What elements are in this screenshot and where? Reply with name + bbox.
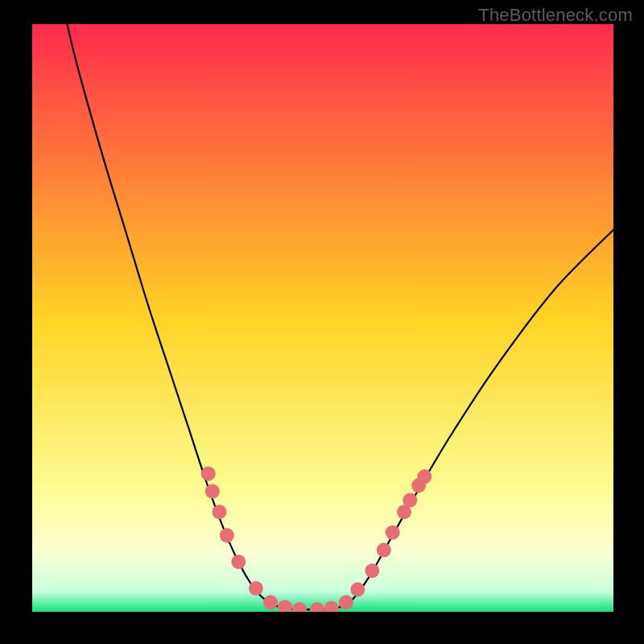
data-marker — [350, 582, 365, 597]
data-marker — [201, 466, 216, 481]
watermark-text: TheBottleneck.com — [478, 5, 633, 26]
gradient-background — [32, 24, 613, 612]
bottleneck-chart — [32, 24, 613, 612]
data-marker — [339, 595, 353, 609]
data-marker — [365, 564, 379, 578]
data-marker — [205, 484, 220, 498]
data-marker — [417, 469, 431, 484]
data-marker — [249, 581, 263, 596]
data-marker — [220, 528, 234, 543]
data-marker — [386, 525, 400, 539]
data-marker — [263, 595, 278, 609]
data-marker — [377, 543, 391, 557]
plot-area — [32, 24, 613, 612]
chart-frame: TheBottleneck.com — [0, 0, 644, 644]
data-marker — [231, 555, 246, 569]
data-marker — [402, 493, 417, 507]
data-marker — [212, 505, 226, 519]
